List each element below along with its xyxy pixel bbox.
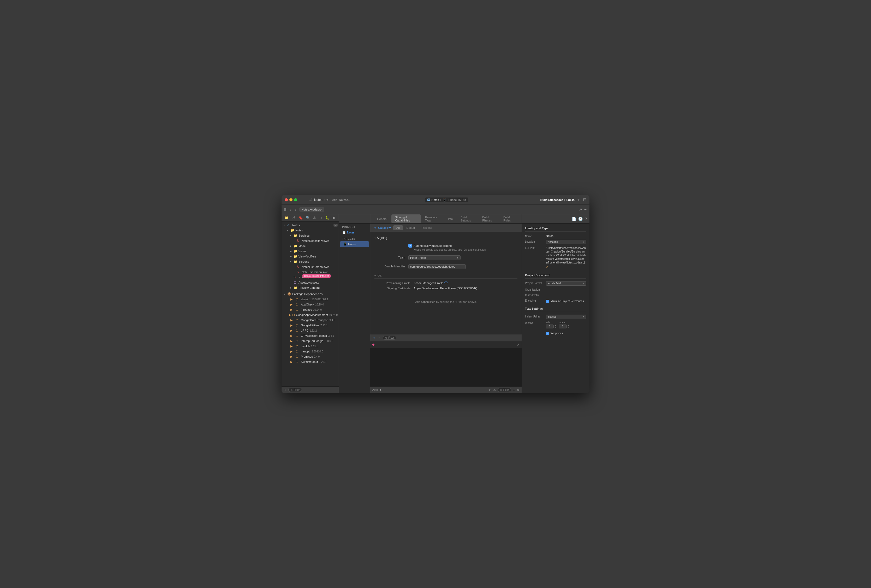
pkg-item-googleappmeasurement[interactable]: ▶ ⬡ GoogleAppMeasurement 10.24.0	[281, 312, 339, 317]
titlebar: ⎇ Notes › #1 - Add "Notes f... N Notes ›…	[281, 195, 590, 205]
indent-using-select[interactable]: Spaces ▼	[546, 314, 586, 319]
tree-item-notes[interactable]: ▾ 📁 Notes	[281, 228, 339, 233]
indent-increment-btn[interactable]: ▲	[568, 324, 570, 326]
auto-label[interactable]: Auto	[373, 388, 378, 391]
tab-width-input[interactable]	[546, 325, 554, 328]
tree-item-preview[interactable]: ▶ 📁 Preview Content	[281, 285, 339, 290]
pkg-version: 1.26.0	[319, 361, 326, 364]
team-select[interactable]: Peter Friese ▼	[409, 255, 461, 260]
tab-decrement-btn[interactable]: ▼	[555, 327, 557, 329]
settings-tab-general[interactable]: General	[373, 216, 391, 222]
maximize-debug-button[interactable]: ⤢	[517, 343, 519, 346]
tree-item-viewmodifiers[interactable]: ▶ 📁 ViewModifiers	[281, 254, 339, 259]
bottom-filter-bar: ＋ － ⊙ Filter	[370, 334, 522, 341]
more-icon[interactable]: ⋯	[584, 207, 587, 212]
remove-target-button[interactable]: －	[377, 335, 381, 340]
notes-tab[interactable]: N Notes › 📱 iPhone 15 Pro	[425, 197, 468, 202]
select-arrow-icon: ▼	[582, 241, 585, 243]
signing-section-header[interactable]: ▾ Signing	[374, 236, 518, 240]
settings-tab-buildrules[interactable]: Build Rules	[500, 214, 518, 223]
minimize-button[interactable]	[289, 198, 292, 201]
pkg-item-firebase[interactable]: ▶ ⬡ Firebase 10.24.0	[281, 307, 339, 312]
warning-icon-btn[interactable]: ⚠	[312, 215, 317, 220]
project-notes-item[interactable]: 📋 Notes	[339, 230, 370, 235]
pkg-item-leveldb[interactable]: ▶ ⬡ leveldb 1.22.5	[281, 344, 339, 349]
git-icon-btn[interactable]: ⎇	[290, 215, 296, 220]
tree-item-views[interactable]: ▶ 📁 Views	[281, 248, 339, 254]
add-capability-btn[interactable]: ＋ Capability	[373, 225, 391, 230]
forward-button[interactable]: ›	[293, 206, 298, 212]
swift-icon: S	[297, 265, 301, 269]
tree-item-pkg-deps[interactable]: ▶ 📦 Package Dependencies	[281, 292, 339, 296]
clock-inspector-icon[interactable]: 🕐	[578, 217, 583, 221]
class-prefix-label: Class Prefix	[525, 293, 546, 296]
add-file-button[interactable]: ＋	[284, 388, 287, 392]
breadcrumb-file[interactable]: Notes.xcodeproj	[299, 207, 324, 212]
pkg-item-promises[interactable]: ▶ ⬡ Promises 2.4.0	[281, 354, 339, 359]
tree-item-assets[interactable]: ⊡ Assets.xcassets GoogleService-Info.pli…	[281, 280, 339, 285]
settings-tab-info[interactable]: Info	[444, 216, 456, 222]
tree-item-root-notes[interactable]: ▾ A Notes M	[281, 223, 339, 228]
pkg-item-nanopb[interactable]: ▶ ⬡ nanopb 2.30910.0	[281, 349, 339, 354]
file-inspector-icon[interactable]: 📄	[572, 217, 576, 221]
help-inspector-icon[interactable]: ?	[585, 217, 587, 221]
search-icon-btn[interactable]: 🔍	[305, 215, 311, 220]
editor-debug-area: GeneralSigning & CapabilitiesResource Ta…	[370, 214, 522, 393]
settings-tab-buildphases[interactable]: Build Phases	[479, 214, 499, 223]
tree-item-notesrepository[interactable]: S NotesRepository.swift	[281, 238, 339, 243]
debug-clear-btn[interactable]: ⊙	[489, 388, 492, 392]
debug-icon-btn[interactable]: 🐛	[324, 215, 330, 220]
settings-tab-signingcapabilities[interactable]: Signing & Capabilities	[391, 214, 421, 223]
auto-sign-checkbox[interactable]: ✓	[409, 244, 412, 248]
sidebar-toggle-right[interactable]: ⊟	[583, 197, 586, 202]
pkg-item-gtmsessionfetcher[interactable]: ▶ ⬡ GTMSessionFetcher 3.4.1	[281, 333, 339, 338]
add-button[interactable]: ＋	[577, 197, 580, 202]
settings-tab-buildsettings[interactable]: Build Settings	[457, 214, 478, 223]
pkg-item-googleutilities[interactable]: ▶ ⬡ GoogleUtilities 7.13.1	[281, 323, 339, 328]
tab-increment-btn[interactable]: ▲	[555, 324, 557, 326]
pkg-label: leveldb	[301, 345, 310, 348]
share-icon[interactable]: ↗	[579, 207, 582, 212]
package-cube-icon: ⬡	[296, 360, 300, 364]
cap-tab-all[interactable]: All	[393, 225, 403, 230]
indent-width-input[interactable]	[559, 325, 567, 328]
folder-icon: 📁	[293, 249, 298, 253]
breakpoint-icon-btn[interactable]: ◉	[331, 215, 336, 220]
pkg-item-appcheck[interactable]: ▶ ⬡ AppCheck 10.19.0	[281, 302, 339, 307]
target-notes-item[interactable]: 📱 Notes	[340, 241, 369, 247]
layout-grid-icon[interactable]: ⊞	[284, 207, 286, 211]
tree-item-noteeditscreen[interactable]: S NoteEditScreen.swift	[281, 269, 339, 275]
cap-tab-release[interactable]: Release	[419, 225, 435, 230]
maximize-button[interactable]	[294, 198, 297, 201]
test-icon-btn[interactable]: ◇	[318, 215, 323, 220]
location-row: Location Absolute ▼	[525, 240, 586, 244]
settings-tab-resourcetags[interactable]: Resource Tags	[421, 214, 444, 223]
pkg-arrow-icon: ▶	[290, 324, 295, 327]
project-format-select[interactable]: Xcode 14.0 ▼	[546, 281, 586, 286]
close-button[interactable]	[285, 198, 288, 201]
folder-icon-btn[interactable]: 📁	[283, 215, 289, 220]
tree-item-noteslistscreen[interactable]: S NotesListScreen.swift	[281, 264, 339, 269]
debug-warning-btn[interactable]: ⚠	[493, 388, 496, 392]
tree-item-services[interactable]: ▾ 📁 Services	[281, 233, 339, 238]
back-button[interactable]: ‹	[288, 206, 292, 212]
pkg-item-grpc[interactable]: ▶ ⬡ gRPC 1.62.2	[281, 328, 339, 333]
bookmark-icon-btn[interactable]: 🔖	[298, 215, 304, 220]
tree-item-screens[interactable]: ▾ 📁 Screens	[281, 259, 339, 264]
pkg-item-abseil[interactable]: ▶ ⬡ abseil 1.2024011601.1	[281, 296, 339, 302]
bundle-id-row: Bundle Identifier com.google.firebase.co…	[374, 263, 518, 270]
debug-split-btn2[interactable]: ⊠	[517, 388, 519, 392]
encoding-checkbox[interactable]: ✓	[546, 300, 549, 303]
info-icon[interactable]: ⓘ	[444, 281, 447, 285]
pkg-item-googledatatransport[interactable]: ▶ ⬡ GoogleDataTransport 9.4.0	[281, 317, 339, 323]
indent-decrement-btn[interactable]: ▼	[568, 327, 570, 329]
tree-item-model[interactable]: ▶ 📁 Model	[281, 243, 339, 248]
wrap-lines-checkbox[interactable]: ✓	[546, 332, 549, 335]
location-select[interactable]: Absolute ▼	[546, 240, 586, 244]
add-target-button[interactable]: ＋	[373, 335, 376, 340]
pkg-arrow-icon: ▶	[290, 340, 295, 343]
pkg-item-interopforgoogle[interactable]: ▶ ⬡ InteropForGoogle 100.0.0	[281, 338, 339, 344]
debug-split-btn1[interactable]: ⊟	[513, 388, 515, 392]
cap-tab-debug[interactable]: Debug	[403, 225, 418, 230]
pkg-item-swiftprotobuf[interactable]: ▶ ⬡ SwiftProtobuf 1.26.0	[281, 359, 339, 364]
